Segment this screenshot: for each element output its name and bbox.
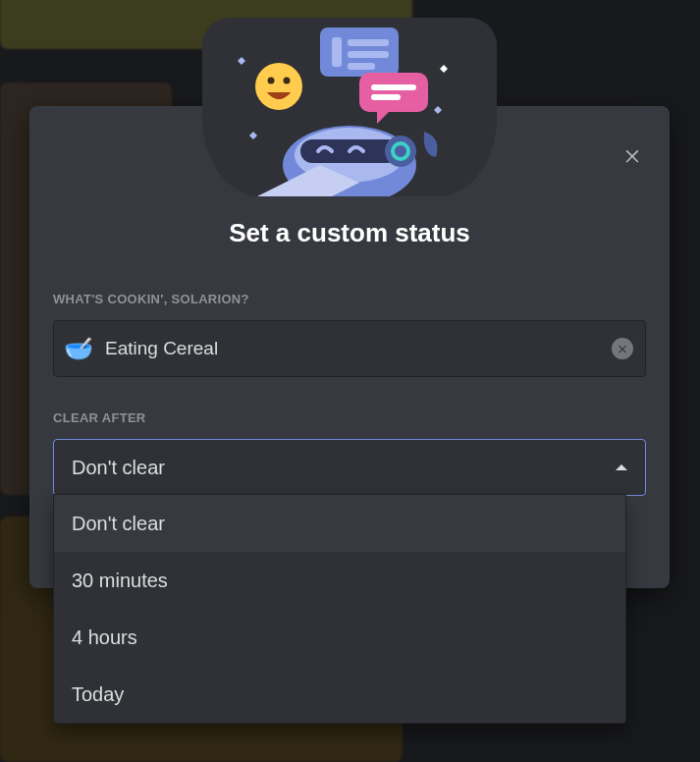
svg-marker-18 xyxy=(434,106,442,114)
svg-point-15 xyxy=(385,136,416,167)
close-icon xyxy=(622,145,642,165)
svg-marker-19 xyxy=(238,57,245,65)
svg-rect-7 xyxy=(371,94,401,100)
svg-rect-5 xyxy=(359,73,428,112)
modal-title: Set a custom status xyxy=(53,218,646,248)
clear-after-option[interactable]: 30 minutes xyxy=(54,552,625,609)
status-text-input[interactable] xyxy=(105,338,600,359)
svg-point-9 xyxy=(255,63,302,110)
clear-after-option[interactable]: Don't clear xyxy=(54,495,625,552)
svg-rect-2 xyxy=(348,39,389,46)
emoji-picker-button[interactable]: 🥣 xyxy=(64,334,93,363)
clear-status-button[interactable] xyxy=(612,338,633,359)
svg-point-11 xyxy=(284,78,291,84)
svg-point-10 xyxy=(268,78,275,84)
svg-rect-4 xyxy=(348,63,375,70)
status-prompt-label: WHAT'S COOKIN', SOLARION? xyxy=(53,292,646,306)
modal-hero-illustration xyxy=(202,18,497,196)
clear-after-selected-value: Don't clear xyxy=(72,457,165,479)
clear-after-dropdown: Don't clear 30 minutes 4 hours Today xyxy=(53,494,626,724)
svg-rect-6 xyxy=(371,84,416,90)
svg-marker-21 xyxy=(440,65,448,73)
svg-rect-3 xyxy=(348,51,389,58)
clear-after-select[interactable]: Don't clear xyxy=(53,439,646,496)
svg-marker-8 xyxy=(377,112,389,124)
modal-hero-wrap xyxy=(53,106,646,196)
clear-after-option[interactable]: Today xyxy=(54,666,625,723)
clear-after-option[interactable]: 4 hours xyxy=(54,609,625,666)
status-input-row: 🥣 xyxy=(53,320,646,377)
clear-after-label: CLEAR AFTER xyxy=(53,410,646,425)
svg-marker-20 xyxy=(249,132,257,139)
svg-rect-1 xyxy=(332,37,342,67)
chevron-up-icon xyxy=(616,464,627,470)
close-icon xyxy=(617,343,628,354)
close-button[interactable] xyxy=(617,139,648,171)
